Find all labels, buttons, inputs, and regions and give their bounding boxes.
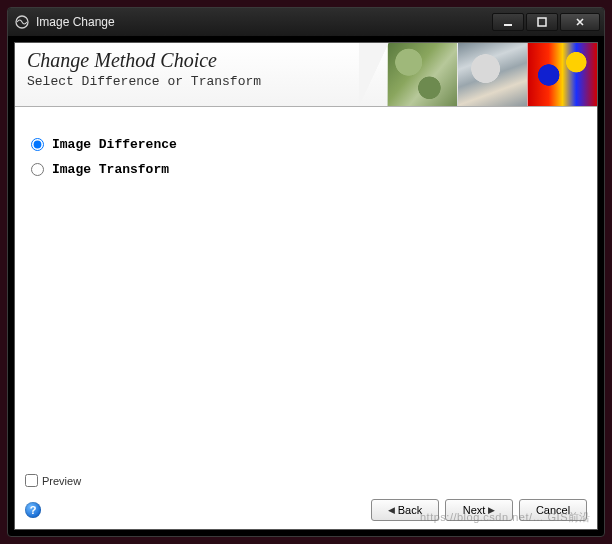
wizard-header: Change Method Choice Select Difference o… [15, 43, 597, 107]
svg-rect-1 [504, 24, 512, 26]
maximize-button[interactable] [526, 13, 558, 31]
radio-image-transform[interactable]: Image Transform [31, 162, 581, 177]
content-area: Image Difference Image Transform [15, 107, 597, 470]
app-icon [14, 14, 30, 30]
page-title: Change Method Choice [27, 49, 261, 72]
titlebar[interactable]: Image Change [8, 8, 604, 36]
preview-label: Preview [42, 475, 81, 487]
back-button[interactable]: ◀ Back [371, 499, 439, 521]
radio-image-difference-input[interactable] [31, 138, 44, 151]
chevron-right-icon: ▶ [488, 505, 495, 515]
next-button[interactable]: Next ▶ [445, 499, 513, 521]
next-button-label: Next [463, 504, 486, 516]
chevron-left-icon: ◀ [388, 505, 395, 515]
radio-image-transform-input[interactable] [31, 163, 44, 176]
footer: Preview ? ◀ Back Next ▶ Cancel [15, 470, 597, 529]
svg-rect-2 [538, 18, 546, 26]
help-icon[interactable]: ? [25, 502, 41, 518]
window-title: Image Change [36, 15, 115, 29]
minimize-button[interactable] [492, 13, 524, 31]
dialog-window: Image Change Change Method Choice Select… [7, 7, 605, 537]
thumbnail-heatmap [527, 43, 597, 107]
close-button[interactable] [560, 13, 600, 31]
page-subtitle: Select Difference or Transform [27, 74, 261, 89]
preview-checkbox[interactable] [25, 474, 38, 487]
radio-image-difference[interactable]: Image Difference [31, 137, 581, 152]
thumbnail-terrain [457, 43, 527, 107]
thumbnail-vegetation [387, 43, 457, 107]
preview-checkbox-row[interactable]: Preview [25, 474, 587, 487]
back-button-label: Back [398, 504, 422, 516]
radio-image-difference-label: Image Difference [52, 137, 177, 152]
window-controls [492, 13, 600, 31]
client-area: Change Method Choice Select Difference o… [14, 42, 598, 530]
cancel-button[interactable]: Cancel [519, 499, 587, 521]
cancel-button-label: Cancel [536, 504, 570, 516]
banner-thumbnails [387, 43, 597, 107]
radio-image-transform-label: Image Transform [52, 162, 169, 177]
